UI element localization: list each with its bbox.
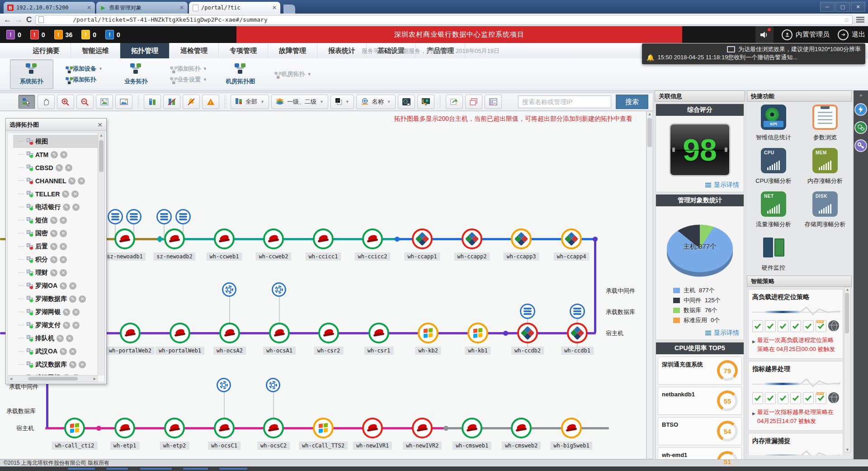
notification-speaker-button[interactable] bbox=[755, 26, 774, 43]
ribbon-button-机房拓扑图[interactable]: 机房拓扑图 bbox=[219, 59, 262, 89]
logout-button[interactable]: ➜ 退出 bbox=[838, 29, 865, 40]
ribbon-item-添加设备[interactable]: 添加设备▼ bbox=[65, 65, 103, 73]
delete-icon[interactable]: ✕ bbox=[72, 309, 80, 316]
check-icon[interactable] bbox=[790, 392, 801, 404]
delete-icon[interactable]: ✕ bbox=[60, 256, 67, 263]
ribbon-button-系统拓扑[interactable]: 系统拓扑 bbox=[10, 59, 53, 89]
alarm-filter-button[interactable]: ! bbox=[202, 95, 219, 109]
tree-item-武汉OA[interactable]: 武汉OA✎✕ bbox=[13, 345, 98, 358]
host-node-wh-ocsA1[interactable] bbox=[269, 323, 290, 343]
tab-close-icon[interactable]: ✕ bbox=[272, 5, 277, 11]
check-icon[interactable] bbox=[765, 320, 776, 332]
edit-icon[interactable]: ✎ bbox=[57, 335, 64, 342]
tree-item-理财[interactable]: 理财✎✕ bbox=[13, 266, 98, 279]
database-icon[interactable] bbox=[520, 304, 535, 319]
host-node-wh-csr1[interactable] bbox=[368, 323, 389, 343]
check-icon[interactable]: NEW bbox=[816, 392, 826, 404]
canvas-vertical-scrollbar[interactable]: ▲ bbox=[646, 111, 653, 459]
quick-function-参数浏览[interactable]: 参数浏览 bbox=[799, 105, 851, 142]
select-tool-button[interactable] bbox=[18, 95, 35, 109]
host-node-wh-ccapp2[interactable] bbox=[462, 228, 482, 249]
host-node-wh-csr2[interactable] bbox=[318, 323, 339, 343]
edit-icon[interactable]: ✎ bbox=[50, 256, 57, 263]
edit-icon[interactable]: ✎ bbox=[63, 309, 70, 316]
host-node-wh-ccicc2[interactable] bbox=[362, 228, 383, 249]
delete-icon[interactable]: ✕ bbox=[60, 217, 67, 224]
check-icon[interactable] bbox=[752, 392, 763, 404]
edit-icon[interactable]: ✎ bbox=[56, 164, 63, 171]
check-icon[interactable] bbox=[803, 392, 814, 404]
tree-item-TELLER[interactable]: TELLER✎✕ bbox=[13, 187, 98, 200]
zoom-in-button[interactable] bbox=[57, 95, 74, 109]
host-node-wh-ccapp4[interactable] bbox=[561, 228, 582, 249]
database-icon[interactable] bbox=[108, 209, 123, 224]
quick-action-lightning-icon[interactable] bbox=[854, 103, 867, 116]
tree-item-后置[interactable]: 后置✎✕ bbox=[13, 240, 98, 253]
nav-tab-0[interactable]: 运行摘要 bbox=[22, 43, 71, 58]
tree-item-罗湖数据库[interactable]: 罗湖数据库✎✕ bbox=[13, 292, 98, 305]
zoom-out-button[interactable] bbox=[76, 95, 94, 109]
check-icon[interactable] bbox=[803, 320, 814, 332]
hide-device-button[interactable] bbox=[163, 95, 180, 109]
host-node-wh-newIVR2[interactable] bbox=[412, 418, 433, 438]
check-icon[interactable] bbox=[765, 392, 776, 404]
quick-function-流量涨幅分析[interactable]: NET流量涨幅分析 bbox=[748, 191, 799, 228]
host-node-wh-ocsC1[interactable] bbox=[214, 418, 235, 438]
delete-icon[interactable]: ✕ bbox=[66, 335, 73, 342]
strategy-scrollbar[interactable]: ▲ ▼ bbox=[844, 287, 851, 452]
objects-detail-link[interactable]: 显示详情 bbox=[656, 326, 744, 340]
host-node-wh-ccdb2[interactable] bbox=[517, 323, 538, 343]
database-icon[interactable] bbox=[175, 209, 191, 224]
host-node-wh-ccapp1[interactable] bbox=[412, 228, 433, 249]
host-node-wh-portalWeb1[interactable] bbox=[170, 323, 190, 343]
quick-function-内存涨幅分析[interactable]: MEM内存涨幅分析 bbox=[799, 148, 851, 185]
tree-item-短信[interactable]: 短信✎✕ bbox=[13, 214, 98, 227]
delete-icon[interactable]: ✕ bbox=[60, 151, 67, 158]
screen-color-button[interactable] bbox=[417, 95, 434, 109]
refresh-button[interactable]: C bbox=[26, 16, 32, 24]
host-node-sz-newoadb1[interactable] bbox=[114, 228, 135, 249]
tab-close-icon[interactable]: ✕ bbox=[179, 5, 184, 11]
host-node-wh-kb1[interactable] bbox=[467, 323, 488, 343]
edit-icon[interactable]: ✎ bbox=[63, 322, 70, 329]
service-gear-icon[interactable] bbox=[217, 378, 231, 392]
settings-gears-icon[interactable] bbox=[854, 121, 867, 134]
layers-dropdown[interactable]: 一级、二级▼ bbox=[271, 95, 328, 109]
edit-icon[interactable]: ✎ bbox=[62, 190, 69, 198]
quick-function-智维信息统计[interactable]: KPI智维信息统计 bbox=[748, 105, 799, 142]
quick-function-硬件监控[interactable]: 硬件监控 bbox=[748, 235, 799, 272]
delete-icon[interactable]: ✕ bbox=[69, 348, 76, 355]
gear-dropdown[interactable]: 名称▼ bbox=[356, 95, 396, 109]
key-icon[interactable] bbox=[854, 139, 867, 152]
tree-item-罗湖OA[interactable]: 罗湖OA✎✕ bbox=[13, 279, 98, 292]
cpu-top5-row[interactable]: netbankdb155 bbox=[658, 387, 742, 415]
badge-purple-alert[interactable]: !0 bbox=[6, 30, 21, 39]
tree-item-国密[interactable]: 国密✎✕ bbox=[13, 227, 98, 240]
score-detail-link[interactable]: 显示详情 bbox=[656, 178, 744, 192]
tree-item-武汉数据库[interactable]: 武汉数据库✎✕ bbox=[13, 358, 98, 371]
overlap-frames-button[interactable] bbox=[465, 95, 482, 109]
tree-item-ATM[interactable]: ATM✎✕ bbox=[13, 148, 98, 161]
nav-tab-6[interactable]: 报表统计 bbox=[317, 43, 367, 58]
service-gear-icon[interactable] bbox=[222, 282, 236, 297]
nav-tab-1[interactable]: 智能运维 bbox=[71, 43, 120, 58]
host-node-wh-cCall_TTS2[interactable] bbox=[313, 418, 334, 438]
delete-icon[interactable]: ✕ bbox=[60, 243, 67, 250]
tree-item-电话银行[interactable]: 电话银行✎✕ bbox=[13, 200, 98, 214]
maximize-button[interactable]: ▢ bbox=[835, 2, 850, 12]
host-node-wh-ocsA2[interactable] bbox=[219, 323, 240, 343]
tree-item-根图[interactable]: 根图 bbox=[13, 135, 98, 148]
badge-yellow-alert[interactable]: !0 bbox=[81, 30, 96, 39]
host-node-wh-big5web1[interactable] bbox=[561, 418, 582, 438]
tree-item-CBSD[interactable]: CBSD✎✕ bbox=[13, 161, 98, 174]
check-icon[interactable] bbox=[752, 320, 763, 332]
edit-icon[interactable]: ✎ bbox=[50, 243, 57, 250]
tree-item-罗湖网银[interactable]: 罗湖网银✎✕ bbox=[13, 305, 98, 319]
nav-tab-5[interactable]: 故障管理 bbox=[268, 43, 317, 58]
ribbon-item-添加拓扑[interactable]: 添加拓扑 bbox=[65, 76, 103, 84]
delete-icon[interactable]: ✕ bbox=[79, 295, 86, 303]
detail-list-button[interactable] bbox=[485, 95, 502, 109]
host-node-wh-ccdb1[interactable] bbox=[567, 323, 588, 343]
address-bar[interactable]: /portal/?ticket=ST-41-HNZkTtgXke51igDwp2… bbox=[35, 15, 853, 25]
export-image-button[interactable] bbox=[446, 95, 463, 109]
